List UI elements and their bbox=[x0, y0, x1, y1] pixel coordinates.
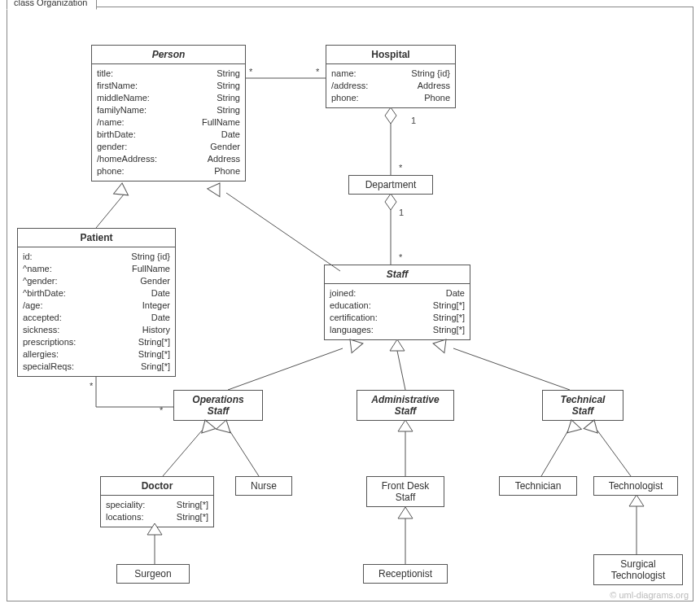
class-administrative-staff: AdministrativeStaff bbox=[357, 390, 454, 421]
class-patient-title: Patient bbox=[18, 229, 175, 247]
attribute-row: middleName:String bbox=[97, 92, 240, 104]
attribute-row: ^birthDate:Date bbox=[23, 287, 170, 300]
class-technical-staff: TechnicalStaff bbox=[542, 390, 623, 421]
attribute-row: phone:Phone bbox=[331, 92, 450, 104]
frame-title: class Organization bbox=[14, 0, 88, 7]
class-person-title: Person bbox=[92, 46, 245, 63]
class-surgeon: Surgeon bbox=[116, 564, 190, 584]
class-front-desk-staff: Front DeskStaff bbox=[366, 476, 444, 507]
class-doctor-attrs: speciality:String[*]locations:String[*] bbox=[101, 496, 213, 527]
mult-hospital-dept-top: 1 bbox=[411, 116, 416, 125]
class-technician-title: Technician bbox=[500, 477, 576, 495]
class-surgical-technologist-title: SurgicalTechnologist bbox=[594, 555, 682, 584]
attribute-row: firstName:String bbox=[97, 80, 240, 92]
class-receptionist-title: Receptionist bbox=[364, 565, 447, 583]
class-doctor-title: Doctor bbox=[101, 477, 213, 495]
class-operations-staff: OperationsStaff bbox=[173, 390, 263, 421]
attribute-row: familyName:String bbox=[97, 104, 240, 116]
attribute-row: ^name:FullName bbox=[23, 263, 170, 275]
attribute-row: speciality:String[*] bbox=[106, 499, 208, 511]
class-hospital-title: Hospital bbox=[326, 46, 455, 63]
attribute-row: joined:Date bbox=[330, 287, 465, 300]
class-staff-attrs: joined:Dateeducation:String[*]certificat… bbox=[325, 284, 470, 339]
attribute-row: /age:Integer bbox=[23, 300, 170, 312]
class-person-attrs: title:StringfirstName:StringmiddleName:S… bbox=[92, 64, 245, 181]
class-person: Person title:StringfirstName:Stringmiddl… bbox=[91, 45, 246, 182]
class-hospital-attrs: name:String {id}/address:Addressphone:Ph… bbox=[326, 64, 455, 107]
attribute-row: certification:String[*] bbox=[330, 312, 465, 324]
attribute-row: ^gender:Gender bbox=[23, 275, 170, 287]
class-surgical-technologist: SurgicalTechnologist bbox=[593, 554, 683, 585]
class-doctor: Doctor speciality:String[*]locations:Str… bbox=[100, 476, 214, 527]
class-surgeon-title: Surgeon bbox=[117, 565, 189, 583]
attribute-row: sickness:History bbox=[23, 324, 170, 336]
class-operations-staff-title: OperationsStaff bbox=[174, 391, 262, 420]
class-nurse-title: Nurse bbox=[236, 477, 291, 495]
mult-dept-staff-bottom: * bbox=[399, 252, 402, 262]
mult-person-hospital-left: * bbox=[249, 67, 252, 77]
attribute-row: gender:Gender bbox=[97, 141, 240, 153]
class-technical-staff-title: TechnicalStaff bbox=[543, 391, 623, 420]
mult-hospital-dept-bottom: * bbox=[399, 163, 402, 173]
class-department-title: Department bbox=[349, 176, 432, 194]
class-patient: Patient id:String {id}^name:FullName^gen… bbox=[17, 228, 176, 377]
attribute-row: /name:FullName bbox=[97, 116, 240, 129]
attribute-row: languages:String[*] bbox=[330, 324, 465, 336]
class-technician: Technician bbox=[499, 476, 577, 496]
class-front-desk-staff-title: Front DeskStaff bbox=[367, 477, 444, 506]
mult-patient-ops-right: * bbox=[160, 405, 163, 415]
mult-dept-staff-top: 1 bbox=[399, 208, 404, 217]
class-technologist-title: Technologist bbox=[594, 477, 677, 495]
attribute-row: locations:String[*] bbox=[106, 511, 208, 523]
attribute-row: name:String {id} bbox=[331, 68, 450, 80]
attribute-row: education:String[*] bbox=[330, 300, 465, 312]
attribute-row: id:String {id} bbox=[23, 251, 170, 263]
attribute-row: allergies:String[*] bbox=[23, 348, 170, 361]
attribute-row: birthDate:Date bbox=[97, 129, 240, 141]
class-administrative-staff-title: AdministrativeStaff bbox=[357, 391, 453, 420]
class-department: Department bbox=[348, 175, 433, 195]
attribute-row: title:String bbox=[97, 68, 240, 80]
class-technologist: Technologist bbox=[593, 476, 678, 496]
class-patient-attrs: id:String {id}^name:FullName^gender:Gend… bbox=[18, 247, 175, 376]
mult-patient-ops-left: * bbox=[90, 381, 93, 391]
class-hospital: Hospital name:String {id}/address:Addres… bbox=[326, 45, 456, 108]
watermark: © uml-diagrams.org bbox=[610, 590, 689, 600]
attribute-row: accepted:Date bbox=[23, 312, 170, 324]
class-receptionist: Receptionist bbox=[363, 564, 448, 584]
attribute-row: prescriptions:String[*] bbox=[23, 336, 170, 348]
attribute-row: /address:Address bbox=[331, 80, 450, 92]
attribute-row: specialReqs:Sring[*] bbox=[23, 361, 170, 373]
frame-title-tab: class Organization bbox=[7, 0, 97, 10]
class-staff: Staff joined:Dateeducation:String[*]cert… bbox=[324, 265, 470, 340]
mult-person-hospital-right: * bbox=[316, 67, 319, 77]
attribute-row: /homeAddress:Address bbox=[97, 153, 240, 165]
class-staff-title: Staff bbox=[325, 265, 470, 283]
class-nurse: Nurse bbox=[235, 476, 292, 496]
attribute-row: phone:Phone bbox=[97, 165, 240, 177]
